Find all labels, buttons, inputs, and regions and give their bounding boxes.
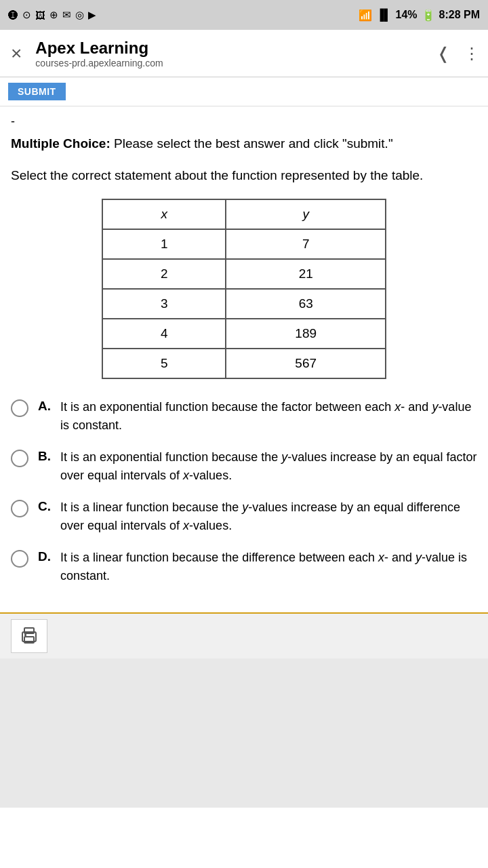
circle-icon: ⊙ [22,9,31,21]
print-button[interactable] [11,619,47,653]
status-right: 📶 ▐▌ 14% 🔋 8:28 PM [359,9,480,22]
top-bar-action-icons: ❬ ⋮ [436,44,480,63]
radio-d[interactable] [11,550,28,568]
table-cell-x2: 2 [102,259,226,289]
choice-d-letter: D. [38,549,51,564]
choice-c-letter: C. [38,499,51,514]
instruction-bold: Multiple Choice: [11,136,110,151]
choice-b[interactable]: B. It is an exponential function because… [11,448,477,485]
table-cell-x5: 5 [102,349,226,378]
submit-bar: SUBMIT [0,77,488,106]
table-cell-y1: 7 [226,229,386,259]
table-cell-x1: 1 [102,229,226,259]
app-subtitle: courses-prd.apexlearning.com [35,58,426,68]
bottom-toolbar [0,612,488,658]
more-options-icon[interactable]: ⋮ [464,44,480,63]
close-button[interactable]: × [8,40,24,67]
choice-a[interactable]: A. It is an exponential function because… [11,398,477,435]
lower-gray-area [0,658,488,808]
plus-icon: ⊕ [49,9,58,21]
app-title-block: Apex Learning courses-prd.apexlearning.c… [35,39,426,68]
table-row: 2 21 [102,259,386,289]
share-icon[interactable]: ❬ [436,44,450,63]
main-content: - Multiple Choice: Please select the bes… [0,106,488,612]
image-icon: 🖼 [35,9,45,21]
clock-icon: ◎ [75,9,84,21]
function-table-wrap: x y 1 7 2 21 3 63 4 189 [11,199,477,379]
table-cell-x4: 4 [102,319,226,349]
status-bar: 🅘 ⊙ 🖼 ⊕ ✉ ◎ ▶ 📶 ▐▌ 14% 🔋 8:28 PM [0,0,488,30]
signal-icon: ▐▌ [376,9,392,21]
table-cell-y5: 567 [226,349,386,378]
table-row: 1 7 [102,229,386,259]
choice-d[interactable]: D. It is a linear function because the d… [11,549,477,585]
choice-b-text: It is an exponential function because th… [60,448,477,485]
top-bar: × Apex Learning courses-prd.apexlearning… [0,30,488,77]
question-text: Select the correct statement about the f… [11,166,477,186]
table-cell-y2: 21 [226,259,386,289]
table-cell-y4: 189 [226,319,386,349]
print-icon [18,625,40,647]
mail-icon: ✉ [62,9,71,21]
wifi-icon: 📶 [359,9,372,22]
table-row: 3 63 [102,289,386,319]
app-title: Apex Learning [35,39,426,58]
battery-icon: 🔋 [422,9,435,22]
choice-c[interactable]: C. It is a linear function because the y… [11,498,477,535]
time-display: 8:28 PM [439,9,480,21]
table-cell-x3: 3 [102,289,226,319]
table-header-y: y [226,199,386,229]
svg-rect-3 [24,634,26,636]
status-left-icons: 🅘 ⊙ 🖼 ⊕ ✉ ◎ ▶ [8,9,96,21]
choice-d-text: It is a linear function because the diff… [60,549,477,585]
table-row: 5 567 [102,349,386,378]
table-header-x: x [102,199,226,229]
radio-b[interactable] [11,450,28,467]
choice-a-letter: A. [38,399,51,414]
notification-icon: 🅘 [8,9,18,21]
youtube-icon: ▶ [88,9,96,21]
table-row: 4 189 [102,319,386,349]
function-table: x y 1 7 2 21 3 63 4 189 [102,199,386,379]
choice-c-text: It is a linear function because the y-va… [60,498,477,535]
dash-separator: - [11,115,477,129]
radio-a[interactable] [11,399,28,417]
battery-percent: 14% [396,9,418,21]
submit-button[interactable]: SUBMIT [8,83,66,100]
table-cell-y3: 63 [226,289,386,319]
choice-a-text: It is an exponential function because th… [60,398,477,435]
choice-b-letter: B. [38,449,51,464]
radio-c[interactable] [11,500,28,517]
answer-choices: A. It is an exponential function because… [11,398,477,599]
instruction-text: Multiple Choice: Please select the best … [11,134,477,154]
instruction-rest: Please select the best answer and click … [110,136,393,151]
